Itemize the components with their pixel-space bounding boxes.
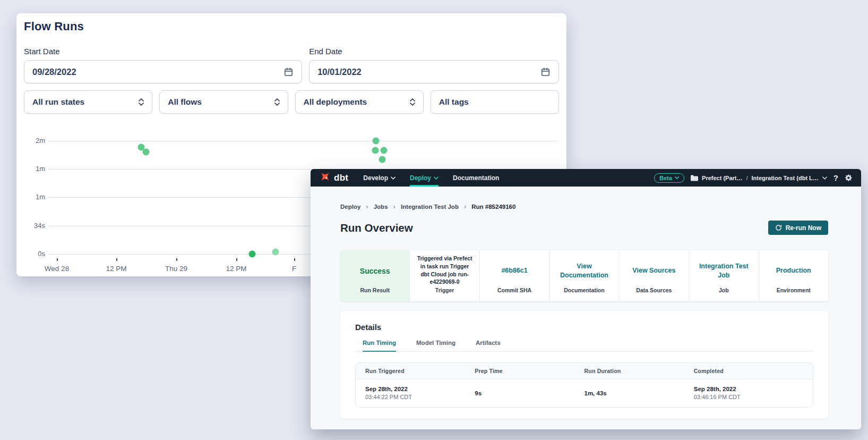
header-prep-time: Prep Time [475,368,584,374]
deployments-select[interactable]: All deployments [295,90,424,114]
page-header-row: Run Overview Re-run Now [340,221,828,235]
nav-item-deploy[interactable]: Deploy [410,169,439,187]
flow-run-point[interactable] [372,147,379,154]
card-trigger: Triggered via Prefect in task run Trigge… [409,250,479,301]
header-run-triggered: Run Triggered [365,368,475,374]
flow-run-point[interactable] [272,249,279,256]
start-date-field: Start Date 09/28/2022 [24,47,302,83]
flows-select-value: All flows [168,97,273,107]
breadcrumb-jobs[interactable]: Jobs [374,204,388,210]
dbt-logo-text: dbt [334,173,348,183]
account-separator: / [746,175,747,181]
start-date-value: 09/28/2022 [32,67,283,77]
cell-prep-time: 9s [475,390,584,396]
y-axis-tick: 2m [24,137,45,145]
run-states-select[interactable]: All run states [24,90,152,114]
view-sources-link[interactable]: View Sources [620,250,689,287]
flow-run-point[interactable] [373,138,380,145]
breadcrumb-deploy[interactable]: Deploy [340,204,360,210]
dbt-main-menu: Develop Deploy Documentation [363,169,499,187]
flow-runs-title: Flow Runs [24,20,559,33]
commit-sha-link[interactable]: #6b86c1 [480,250,549,287]
x-axis-tickmark [294,258,295,261]
tab-model-timing[interactable]: Model Timing [416,340,456,351]
x-axis-tickmark [236,258,237,261]
breadcrumb-run-id: Run #85249160 [471,204,515,210]
flow-run-point[interactable] [381,147,388,154]
deployments-select-value: All deployments [304,97,409,107]
card-commit-sha: #6b86c1 Commit SHA [479,250,549,301]
x-axis-label: 12 PM [106,265,126,273]
help-button[interactable]: ? [833,173,838,182]
top-nav-right: Beta Prefect (Part… / Integration Test (… [654,173,853,183]
nav-item-label: Deploy [410,174,431,182]
beta-badge-label: Beta [659,175,672,181]
x-axis-label: 12 PM [226,265,246,273]
gridline [48,141,557,141]
x-axis-label: Wed 28 [45,265,69,273]
flow-run-point[interactable] [143,149,150,156]
end-date-field: End Date 10/01/2022 [309,47,559,83]
project-name: Integration Test (dbt L… [752,175,819,181]
gear-icon[interactable] [845,174,853,182]
dbt-logo[interactable]: dbt [319,172,348,183]
header-completed: Completed [694,368,803,374]
calendar-icon[interactable] [283,67,294,77]
breadcrumb-separator: › [393,202,396,210]
table-row: Sep 28th, 2022 03:44:22 PM CDT 9s 1m, 43… [356,379,813,407]
run-overview-title: Run Overview [340,222,413,234]
nav-item-documentation[interactable]: Documentation [453,169,499,187]
end-date-input[interactable]: 10/01/2022 [309,60,559,83]
environment-label: Environment [759,287,828,301]
flow-run-point[interactable] [249,251,256,258]
end-date-value: 10/01/2022 [317,67,540,77]
refresh-icon [775,224,782,231]
x-axis-tickmark [57,258,58,261]
rerun-now-button[interactable]: Re-run Now [768,221,828,235]
job-link[interactable]: Integration Test Job [689,250,758,287]
beta-badge[interactable]: Beta [654,173,684,183]
x-axis-tickmark [176,258,177,261]
breadcrumb: Deploy › Jobs › Integration Test Job › R… [340,202,828,210]
nav-item-label: Develop [363,174,388,182]
x-axis-label: Thu 29 [165,265,187,273]
run-triggered-time: 03:44:22 PM CDT [365,394,475,400]
trigger-label: Trigger [410,287,479,301]
y-axis-tick: 1m [24,193,45,201]
card-job: Integration Test Job Job [689,250,758,301]
dbt-cloud-window: dbt Develop Deploy Documentation Beta [311,169,861,429]
y-axis-tick: 1m [24,165,45,173]
tags-select[interactable]: All tags [431,90,559,114]
nav-item-develop[interactable]: Develop [363,169,396,187]
header-run-duration: Run Duration [585,368,694,374]
x-axis-label: F [292,265,296,273]
date-filter-row: Start Date 09/28/2022 End Date 10/01/202… [24,47,559,83]
dbt-logo-icon [319,172,330,183]
cell-run-triggered: Sep 28th, 2022 03:44:22 PM CDT [365,386,475,400]
updown-chevron-icon [274,97,280,107]
cell-completed: Sep 28th, 2022 03:46:16 PM CDT [694,386,803,400]
tab-run-timing[interactable]: Run Timing [363,340,396,352]
account-project-switcher[interactable]: Prefect (Part… / Integration Test (dbt L… [691,175,827,181]
view-documentation-link[interactable]: View Documentation [549,250,618,287]
commit-sha-label: Commit SHA [480,287,549,301]
chevron-down-icon [675,176,679,179]
environment-link[interactable]: Production [759,250,828,287]
flow-run-point[interactable] [379,156,386,163]
updown-chevron-icon [138,97,144,107]
start-date-input[interactable]: 09/28/2022 [24,60,302,83]
completed-time: 03:46:16 PM CDT [694,394,803,400]
tags-select-value: All tags [439,97,551,107]
breadcrumb-job-name[interactable]: Integration Test Job [401,204,459,210]
run-timing-table: Run Triggered Prep Time Run Duration Com… [355,362,813,408]
run-result-value: Success [340,250,409,287]
calendar-icon[interactable] [540,67,551,77]
updown-chevron-icon [409,97,416,107]
cell-run-duration: 1m, 43s [585,390,694,396]
desktop: Flow Runs Start Date 09/28/2022 End Date… [0,0,868,440]
dbt-content: Deploy › Jobs › Integration Test Job › R… [311,202,861,419]
flows-select[interactable]: All flows [159,90,288,114]
tab-artifacts[interactable]: Artifacts [476,340,501,351]
trigger-value: Triggered via Prefect in task run Trigge… [410,250,479,287]
card-data-sources: View Sources Data Sources [619,250,689,301]
